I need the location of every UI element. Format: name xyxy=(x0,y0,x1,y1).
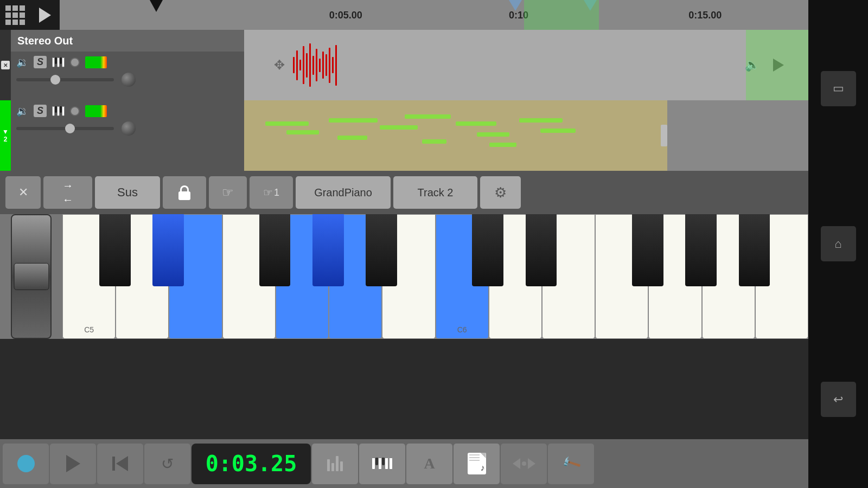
hammer-button[interactable]: 🔨 xyxy=(548,444,594,484)
settings-button[interactable]: ⚙ xyxy=(480,176,521,209)
time-display: 0:03.25 xyxy=(192,444,311,484)
finger1-button[interactable]: ☞ 1 xyxy=(250,176,293,209)
piano-roll-region[interactable] xyxy=(244,100,667,171)
pitch-wheel[interactable] xyxy=(0,214,62,339)
tuner-icon: A xyxy=(424,455,435,472)
loop-button[interactable]: ↺ xyxy=(144,444,190,484)
swap-arrows-button[interactable]: → ← xyxy=(43,176,92,209)
metronome-icon xyxy=(513,458,535,469)
finger1-icon: ☞ xyxy=(263,186,273,199)
home-icon: ⌂ xyxy=(834,237,841,251)
inactive-region xyxy=(667,100,808,171)
sustain-button[interactable]: Sus xyxy=(95,176,160,209)
keyboard: C5 C6 xyxy=(62,214,808,339)
metronome-button[interactable] xyxy=(501,444,547,484)
note-bar xyxy=(405,114,451,119)
tuner-button[interactable]: A xyxy=(406,444,452,484)
track2-volume-fader[interactable] xyxy=(16,127,114,130)
key-B5[interactable] xyxy=(382,214,435,339)
track2-pan-knob[interactable] xyxy=(120,120,137,137)
volume-fader[interactable] xyxy=(16,78,114,81)
key-C6-label: C6 xyxy=(436,325,488,334)
track2-solo-button[interactable]: S xyxy=(34,105,47,117)
pitch-wheel-thumb[interactable] xyxy=(14,263,49,290)
piano-keyboard-button[interactable] xyxy=(359,444,405,484)
waveform-region[interactable]: ✥ xyxy=(244,30,808,100)
note-bar xyxy=(477,132,509,137)
track2-button[interactable]: Track 2 xyxy=(393,176,477,209)
loop-region xyxy=(524,0,599,30)
note-bar xyxy=(286,130,319,134)
key-A5[interactable] xyxy=(329,214,382,339)
pitch-wheel-body[interactable] xyxy=(11,214,52,339)
key-F6[interactable] xyxy=(595,214,648,339)
key-F5[interactable] xyxy=(222,214,276,339)
track2-volume-icon[interactable]: 🔉 xyxy=(16,105,28,117)
region-resize-handle[interactable] xyxy=(661,125,667,146)
loop-highlight xyxy=(746,30,808,100)
note-bar xyxy=(489,143,516,147)
score-button[interactable]: ♪ xyxy=(454,444,500,484)
right-sidebar: ▭ ⌂ ↩ xyxy=(808,0,868,488)
window-icon: ▭ xyxy=(833,81,844,95)
play-transport-icon xyxy=(66,455,80,472)
solo-button[interactable]: S xyxy=(34,56,47,68)
piano-keyboard-icon xyxy=(372,458,393,470)
play-button-top[interactable] xyxy=(30,0,60,30)
key-E5[interactable] xyxy=(169,214,222,339)
time-marker-3: 0:15.00 xyxy=(688,9,722,21)
close-button[interactable]: ✕ xyxy=(5,176,41,209)
mixer-icon xyxy=(327,456,343,471)
pan-knob[interactable] xyxy=(120,72,137,88)
volume-icon[interactable]: 🔉 xyxy=(16,56,28,68)
mixer-button[interactable] xyxy=(312,444,358,484)
time-value: 0:03.25 xyxy=(206,451,297,476)
timeline-ruler[interactable]: 0:05.00 0:10 0:15.00 xyxy=(60,0,808,30)
key-C5-label: C5 xyxy=(63,325,115,334)
sidebar-back-icon[interactable]: ↩ xyxy=(821,382,856,417)
track2-fader-thumb[interactable] xyxy=(65,124,75,133)
finger1-label: 1 xyxy=(274,187,279,198)
record-button[interactable] xyxy=(3,444,49,484)
gear-icon: ⚙ xyxy=(494,184,507,201)
key-B6[interactable] xyxy=(755,214,808,339)
track2-record-arm[interactable] xyxy=(70,106,80,116)
play-transport-button[interactable] xyxy=(50,444,96,484)
key-D6[interactable] xyxy=(489,214,542,339)
finger-button[interactable]: ☞ xyxy=(209,176,247,209)
sustain-label: Sus xyxy=(117,185,138,200)
track2-plugin-button[interactable] xyxy=(52,106,65,116)
close-track-icon[interactable]: ✕ xyxy=(3,62,8,68)
grand-piano-button[interactable]: GrandPiano xyxy=(296,176,391,209)
note-bar xyxy=(519,118,563,123)
record-arm-button[interactable] xyxy=(70,57,80,67)
skip-back-button[interactable] xyxy=(97,444,143,484)
key-G6[interactable] xyxy=(648,214,701,339)
lock-button[interactable] xyxy=(163,176,206,209)
grand-piano-label: GrandPiano xyxy=(314,187,372,199)
key-A6[interactable] xyxy=(702,214,755,339)
track1-name: Stereo Out xyxy=(17,35,73,47)
play-icon xyxy=(39,8,51,23)
sidebar-home-icon[interactable]: ⌂ xyxy=(821,226,856,261)
hammer-icon: 🔨 xyxy=(560,453,582,474)
plugin-button[interactable] xyxy=(52,57,65,67)
score-icon: ♪ xyxy=(468,453,486,474)
fader-thumb[interactable] xyxy=(50,75,60,85)
loop-icon: ↺ xyxy=(161,455,174,473)
sidebar-window-icon[interactable]: ▭ xyxy=(821,71,856,106)
note-bar xyxy=(329,118,378,123)
key-D5[interactable] xyxy=(116,214,169,339)
toolbar: ✕ → ← Sus ☞ ☞ 1 xyxy=(0,171,808,214)
finger-icon: ☞ xyxy=(222,185,234,200)
key-G5[interactable] xyxy=(276,214,329,339)
key-C5[interactable]: C5 xyxy=(62,214,116,339)
key-C6[interactable]: C6 xyxy=(436,214,489,339)
skip-back-icon xyxy=(112,456,128,471)
key-E6[interactable] xyxy=(542,214,595,339)
playhead[interactable] xyxy=(150,0,163,12)
time-marker-1: 0:05.00 xyxy=(329,9,362,21)
grid-menu-button[interactable] xyxy=(0,0,30,30)
grid-icon xyxy=(5,5,25,25)
loop-start-marker[interactable] xyxy=(509,0,522,11)
